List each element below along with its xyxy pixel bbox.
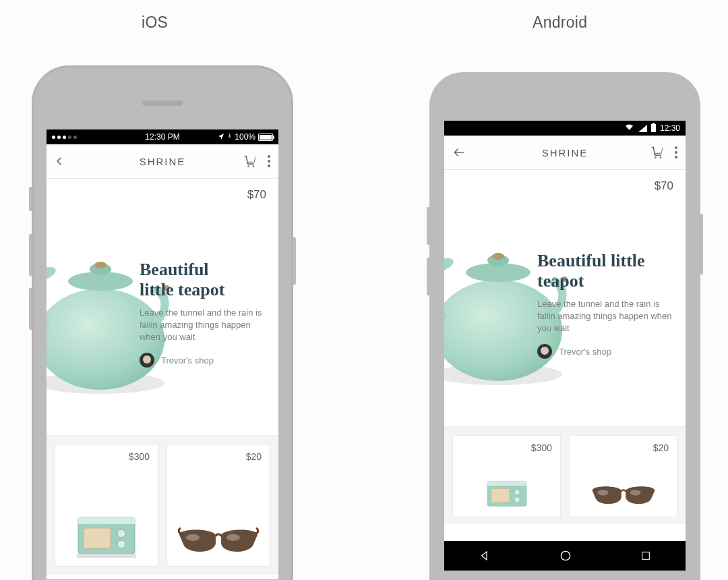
status-time: 12:30 [660,123,680,133]
svg-point-24 [675,156,677,158]
svg-rect-16 [77,554,136,558]
hero-card[interactable]: $70 [47,179,278,436]
android-screen: 12:30 SHRINE [444,121,686,571]
product-card[interactable]: $300 [452,435,561,517]
android-nav-bar [444,541,686,571]
product-card[interactable]: $300 [55,444,158,567]
svg-point-14 [117,529,125,538]
product-image-radio [480,473,534,510]
svg-rect-33 [491,488,510,502]
svg-point-20 [655,156,657,158]
product-price: $20 [653,442,669,453]
android-status-bar: 12:30 [444,121,686,136]
nav-home-button[interactable] [559,549,572,562]
product-grid: $300 $20 [47,436,278,575]
back-button[interactable] [55,154,64,169]
status-time: 12:30 PM [145,132,179,142]
nav-back-button[interactable] [479,550,491,562]
hero-title: Beautiful little teapot [140,260,266,300]
bluetooth-icon [227,132,232,142]
app-title: SHRINE [140,156,186,167]
platform-label-android: Android [533,13,587,32]
app-title: SHRINE [542,147,588,158]
svg-point-1 [253,165,255,167]
pixel-side-button [427,258,429,295]
hero-subtitle: Leave the tunnel and the rain is fallin … [140,307,266,344]
product-image-radio [73,505,140,559]
vendor-link[interactable]: Trevor's shop [140,353,266,368]
product-price: $20 [246,451,262,462]
svg-point-36 [597,490,608,495]
hero-subtitle: Leave the tunnel and the rain is fallin … [537,298,673,335]
iphone-side-button [29,288,32,330]
svg-point-15 [117,540,125,548]
hero-price: $70 [655,179,673,193]
svg-point-34 [514,490,520,495]
iphone-speaker [142,100,183,106]
hero-price: $70 [247,188,266,202]
overflow-menu-button[interactable] [675,146,677,158]
hero-title: Beautiful little teapot [537,251,673,291]
nav-recents-button[interactable] [640,550,651,561]
product-image-sunglasses [590,483,657,510]
android-device-frame: 12:30 SHRINE [429,72,700,580]
signal-strength-icon [52,136,77,139]
app-bar: SHRINE [47,144,278,179]
vendor-name: Trevor's shop [161,355,214,366]
svg-point-35 [514,497,520,502]
cart-button[interactable] [650,146,664,159]
vendor-name: Trevor's shop [559,347,611,357]
cart-button[interactable] [243,154,257,168]
svg-rect-12 [78,517,135,524]
ios-status-bar: 12:30 PM 100% [47,129,278,144]
vendor-avatar [140,353,154,368]
svg-point-17 [186,534,200,541]
iphone-side-button [29,234,32,276]
iphone-device-frame: 12:30 PM 100% [32,65,293,580]
battery-icon [651,124,656,132]
svg-point-18 [226,534,240,541]
product-price: $300 [531,442,552,453]
battery-icon [258,134,273,141]
wifi-icon [624,123,634,133]
product-card[interactable]: $20 [166,444,270,567]
svg-point-38 [561,551,570,560]
pixel-side-button [700,214,703,274]
back-button[interactable] [452,146,466,159]
product-image-sunglasses [178,525,259,559]
svg-point-22 [675,146,677,149]
pixel-side-button [427,207,429,245]
hero-card[interactable]: $70 Beautiful little [444,170,686,427]
svg-point-23 [675,151,677,154]
app-bar: SHRINE [444,136,686,170]
product-card[interactable]: $20 [569,435,677,517]
overflow-menu-button[interactable] [268,155,270,167]
svg-point-2 [268,155,270,158]
iphone-side-button [293,237,296,285]
svg-point-3 [268,160,270,163]
vendor-link[interactable]: Trevor's shop [537,344,673,359]
svg-point-37 [630,490,640,495]
iphone-side-button [29,187,32,211]
svg-rect-39 [642,552,650,560]
cellular-signal-icon [638,125,647,132]
ios-screen: 12:30 PM 100% [47,129,278,579]
svg-rect-13 [84,528,111,548]
svg-rect-32 [487,481,526,486]
svg-point-0 [247,165,249,167]
platform-label-ios: iOS [142,13,168,32]
product-grid: $300 $20 [444,427,686,524]
svg-point-4 [268,165,270,167]
svg-point-29 [492,253,504,260]
battery-percent: 100% [235,132,255,142]
product-price: $300 [129,451,150,462]
svg-point-9 [94,262,107,268]
svg-point-21 [660,156,662,158]
location-icon [218,132,224,142]
vendor-avatar [537,344,552,359]
